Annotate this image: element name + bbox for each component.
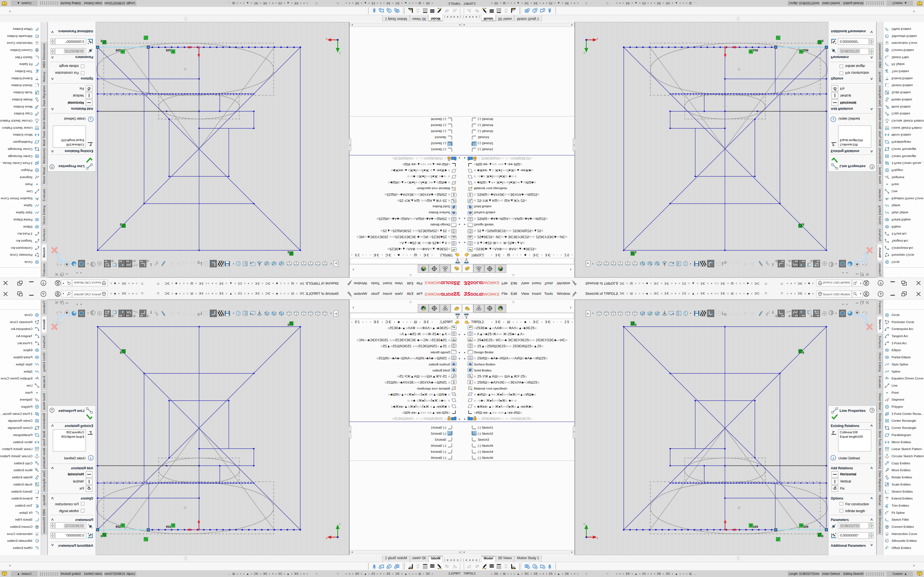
svg-text:fx: fx [36, 198, 38, 201]
svg-text:?: ? [42, 281, 45, 285]
svg-text:#: # [36, 400, 37, 402]
svg-text:fx: fx [886, 198, 888, 201]
svg-text:x: x [597, 37, 598, 40]
svg-text:A: A [469, 357, 471, 359]
svg-text:x: x [326, 537, 327, 540]
svg-text:A: A [453, 218, 455, 220]
svg-text:Σ: Σ [469, 193, 471, 197]
svg-text:Σ: Σ [453, 193, 455, 197]
svg-text:#: # [887, 175, 888, 177]
svg-text:fx: fx [36, 376, 38, 379]
svg-text:A: A [87, 532, 89, 535]
svg-text:y: y [583, 52, 585, 55]
svg-text:A: A [87, 42, 89, 45]
svg-text:y: y [583, 522, 585, 525]
svg-text:x: x [326, 37, 327, 40]
svg-text:A: A [469, 218, 471, 220]
svg-text:y: y [339, 522, 341, 525]
svg-text:#: # [887, 400, 888, 402]
svg-text:x: x [597, 537, 598, 540]
svg-text:y: y [339, 52, 341, 55]
svg-text:?: ? [51, 409, 53, 412]
svg-text:A: A [835, 532, 837, 535]
svg-text:Σ: Σ [469, 380, 471, 384]
svg-text:?: ? [51, 165, 53, 168]
svg-text:?: ? [879, 281, 882, 285]
svg-text:?: ? [871, 165, 873, 168]
svg-text:?: ? [879, 292, 882, 296]
svg-text:A: A [453, 357, 455, 359]
svg-text:?: ? [871, 409, 873, 412]
svg-text:?: ? [42, 292, 45, 296]
svg-text:A: A [835, 42, 837, 45]
svg-text:Σ: Σ [453, 380, 455, 384]
svg-text:fx: fx [886, 376, 888, 379]
svg-text:#: # [36, 175, 37, 177]
